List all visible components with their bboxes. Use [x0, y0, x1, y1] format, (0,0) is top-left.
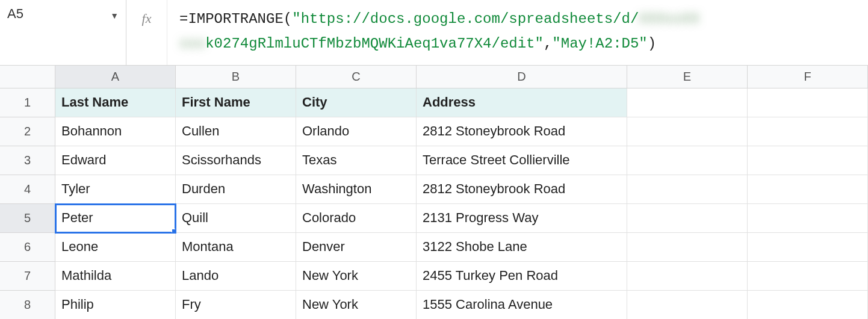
row-head-8[interactable]: 8 — [0, 291, 55, 319]
cell-D2[interactable]: 2812 Stoneybrook Road — [417, 117, 627, 146]
cell-C4[interactable]: Washington — [296, 175, 417, 204]
cell-C7[interactable]: New York — [296, 262, 417, 291]
cell-F2[interactable] — [748, 117, 868, 146]
cell-A3[interactable]: Edward — [55, 146, 176, 175]
cell-F1[interactable] — [748, 88, 868, 117]
cell-C3[interactable]: Texas — [296, 146, 417, 175]
fx-icon[interactable]: fx — [126, 0, 167, 65]
cell-C2[interactable]: Orlando — [296, 117, 417, 146]
cell-E3[interactable] — [627, 146, 748, 175]
row-head-3[interactable]: 3 — [0, 146, 55, 175]
formula-comma: , — [544, 36, 552, 52]
cell-F6[interactable] — [748, 233, 868, 262]
cell-A1[interactable]: Last Name — [55, 88, 176, 117]
cell-C5[interactable]: Colorado — [296, 204, 417, 233]
cell-E6[interactable] — [627, 233, 748, 262]
col-head-E[interactable]: E — [627, 66, 748, 88]
cell-A8[interactable]: Philip — [55, 291, 176, 319]
cell-D4[interactable]: 2812 Stoneybrook Road — [417, 175, 627, 204]
formula-redacted2: xxx — [179, 36, 205, 52]
cell-B6[interactable]: Montana — [176, 233, 296, 262]
cell-F3[interactable] — [748, 146, 868, 175]
cell-D7[interactable]: 2455 Turkey Pen Road — [417, 262, 627, 291]
cell-E4[interactable] — [627, 175, 748, 204]
cell-F5[interactable] — [748, 204, 868, 233]
formula-str1: "https://docs.google.com/spreadsheets/d/ — [292, 11, 639, 27]
col-head-B[interactable]: B — [176, 66, 296, 88]
cell-A2[interactable]: Bohannon — [55, 117, 176, 146]
chevron-down-icon[interactable]: ▼ — [110, 6, 119, 20]
cell-F7[interactable] — [748, 262, 868, 291]
col-head-A[interactable]: A — [55, 66, 176, 88]
formula-range: "May!A2:D5" — [552, 36, 647, 52]
row-head-1[interactable]: 1 — [0, 88, 55, 117]
cell-E1[interactable] — [627, 88, 748, 117]
row-head-7[interactable]: 7 — [0, 262, 55, 291]
formula-str2: k0274gRlmluCTfMbzbMQWKiAeq1va77X4/edit" — [205, 36, 544, 52]
row-head-6[interactable]: 6 — [0, 233, 55, 262]
spreadsheet-grid: A B C D E F 1 Last Name First Name City … — [0, 66, 868, 319]
cell-A4[interactable]: Tyler — [55, 175, 176, 204]
row-head-4[interactable]: 4 — [0, 175, 55, 204]
formula-prefix: =IMPORTRANGE( — [179, 11, 292, 27]
formula-input[interactable]: =IMPORTRANGE("https://docs.google.com/sp… — [167, 0, 868, 65]
cell-A6[interactable]: Leone — [55, 233, 176, 262]
cell-A5[interactable]: Peter — [55, 204, 176, 233]
cell-E8[interactable] — [627, 291, 748, 319]
cell-D3[interactable]: Terrace Street Collierville — [417, 146, 627, 175]
cell-C1[interactable]: City — [296, 88, 417, 117]
cell-F4[interactable] — [748, 175, 868, 204]
cell-B3[interactable]: Scissorhands — [176, 146, 296, 175]
cell-D8[interactable]: 1555 Carolina Avenue — [417, 291, 627, 319]
col-head-D[interactable]: D — [417, 66, 627, 88]
name-box-value: A5 — [7, 6, 110, 22]
row-head-5[interactable]: 5 — [0, 204, 55, 233]
cell-B2[interactable]: Cullen — [176, 117, 296, 146]
col-head-F[interactable]: F — [748, 66, 868, 88]
cell-E2[interactable] — [627, 117, 748, 146]
cell-D6[interactable]: 3122 Shobe Lane — [417, 233, 627, 262]
formula-bar: A5 ▼ fx =IMPORTRANGE("https://docs.googl… — [0, 0, 868, 66]
name-box[interactable]: A5 ▼ — [0, 0, 126, 65]
col-head-C[interactable]: C — [296, 66, 417, 88]
cell-A7[interactable]: Mathilda — [55, 262, 176, 291]
cell-B4[interactable]: Durden — [176, 175, 296, 204]
cell-C8[interactable]: New York — [296, 291, 417, 319]
cell-E5[interactable] — [627, 204, 748, 233]
cell-B5[interactable]: Quill — [176, 204, 296, 233]
cell-D1[interactable]: Address — [417, 88, 627, 117]
row-head-2[interactable]: 2 — [0, 117, 55, 146]
cell-C6[interactable]: Denver — [296, 233, 417, 262]
select-all-corner[interactable] — [0, 66, 55, 88]
cell-D5[interactable]: 2131 Progress Way — [417, 204, 627, 233]
cell-B7[interactable]: Lando — [176, 262, 296, 291]
cell-F8[interactable] — [748, 291, 868, 319]
cell-B1[interactable]: First Name — [176, 88, 296, 117]
formula-suffix: ) — [648, 36, 656, 52]
cell-B8[interactable]: Fry — [176, 291, 296, 319]
cell-E7[interactable] — [627, 262, 748, 291]
formula-redacted: XXXxxXX — [639, 11, 699, 27]
fx-label: fx — [142, 11, 152, 26]
